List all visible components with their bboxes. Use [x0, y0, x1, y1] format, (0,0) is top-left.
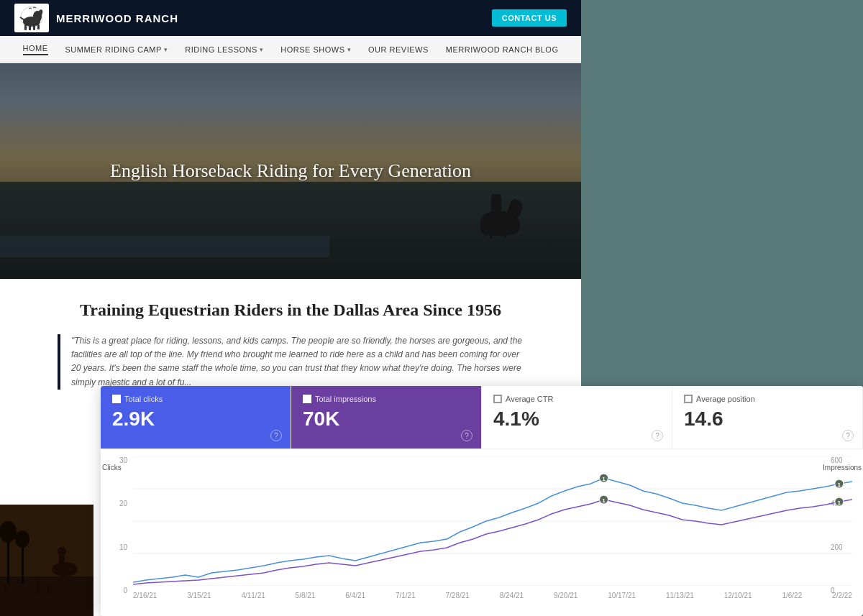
- chart-svg-container: 1 1 1 1 2/16/21 3/15/21 4/11/21 5/8/21 6…: [133, 456, 852, 586]
- svg-text:1: 1: [838, 500, 841, 506]
- y-labels-left: Clicks 30 20 10 0: [101, 456, 131, 594]
- svg-rect-16: [59, 553, 65, 569]
- nav-item-reviews[interactable]: OUR REVIEWS: [368, 45, 429, 54]
- svg-point-14: [15, 530, 29, 548]
- hero-title: English Horseback Riding for Every Gener…: [110, 160, 471, 182]
- logo-horse-icon: [19, 6, 45, 30]
- ctr-value: 4.1%: [493, 408, 660, 431]
- svg-rect-18: [36, 580, 40, 594]
- site-title: MERRIWOOD RANCH: [56, 12, 178, 24]
- review-block: "This is a great place for riding, lesso…: [58, 334, 524, 390]
- metric-total-clicks: ✓ Total clicks 2.9K ?: [101, 386, 291, 449]
- svg-text:1: 1: [602, 476, 606, 482]
- position-checkbox[interactable]: [684, 395, 693, 403]
- metric-avg-ctr: Average CTR 4.1% ?: [482, 386, 672, 449]
- nav-item-horse-shows[interactable]: HORSE SHOWS ▾: [280, 45, 351, 54]
- nav-item-lessons[interactable]: RIDING LESSONS ▾: [185, 45, 263, 54]
- svg-text:1: 1: [838, 482, 841, 488]
- logo-area: MERRIWOOD RANCH: [14, 4, 178, 32]
- x-labels: 2/16/21 3/15/21 4/11/21 5/8/21 6/4/21 7/…: [133, 592, 852, 599]
- nav-item-blog[interactable]: MERRIWOOD RANCH BLOG: [446, 45, 559, 54]
- contact-button[interactable]: CONTACT US: [492, 9, 567, 27]
- review-text: "This is a great place for riding, lesso…: [71, 334, 524, 390]
- logo-box: [14, 4, 49, 32]
- svg-rect-19: [47, 582, 50, 594]
- ctr-checkbox[interactable]: [493, 395, 502, 403]
- position-value: 14.6: [684, 408, 851, 431]
- chevron-down-icon: ▾: [260, 46, 264, 53]
- thumbnail-scene-svg: [0, 505, 93, 616]
- svg-point-13: [0, 521, 17, 543]
- analytics-panel: ✓ Total clicks 2.9K ? ✓ Total impression…: [101, 386, 863, 616]
- ctr-help-icon[interactable]: ?: [652, 430, 663, 441]
- impressions-value: 70K: [303, 408, 470, 431]
- metrics-row: ✓ Total clicks 2.9K ? ✓ Total impression…: [101, 386, 863, 449]
- impressions-help-icon[interactable]: ?: [461, 430, 472, 441]
- section-title: Training Equestrian Riders in the Dallas…: [58, 300, 524, 320]
- thumbnail-image: [0, 505, 93, 616]
- review-bar: [58, 334, 60, 390]
- site-nav: HOME SUMMER RIDING CAMP ▾ RIDING LESSONS…: [0, 36, 581, 63]
- site-header: MERRIWOOD RANCH CONTACT US: [0, 0, 581, 36]
- svg-text:1: 1: [602, 497, 606, 504]
- nav-item-home[interactable]: HOME: [23, 44, 48, 55]
- metric-avg-position: Average position 14.6 ?: [672, 386, 863, 449]
- svg-rect-20: [4, 584, 6, 597]
- clicks-help-icon[interactable]: ?: [270, 430, 282, 441]
- chart-area: Clicks 30 20 10 0 Impressions 600 400 20…: [101, 449, 863, 616]
- chevron-down-icon: ▾: [164, 46, 168, 53]
- y-axis-left-title: Clicks: [102, 464, 122, 472]
- clicks-value: 2.9K: [112, 408, 279, 431]
- impressions-checkbox[interactable]: ✓: [303, 395, 311, 403]
- nav-item-summer[interactable]: SUMMER RIDING CAMP ▾: [65, 45, 168, 54]
- position-help-icon[interactable]: ?: [842, 430, 854, 441]
- chevron-down-icon: ▾: [347, 46, 352, 53]
- clicks-checkbox[interactable]: ✓: [112, 395, 121, 403]
- hero-section: English Horseback Riding for Every Gener…: [0, 63, 581, 279]
- metric-total-impressions: ✓ Total impressions 70K ?: [291, 386, 482, 449]
- chart-svg: 1 1 1 1: [133, 456, 852, 586]
- svg-point-17: [58, 547, 66, 556]
